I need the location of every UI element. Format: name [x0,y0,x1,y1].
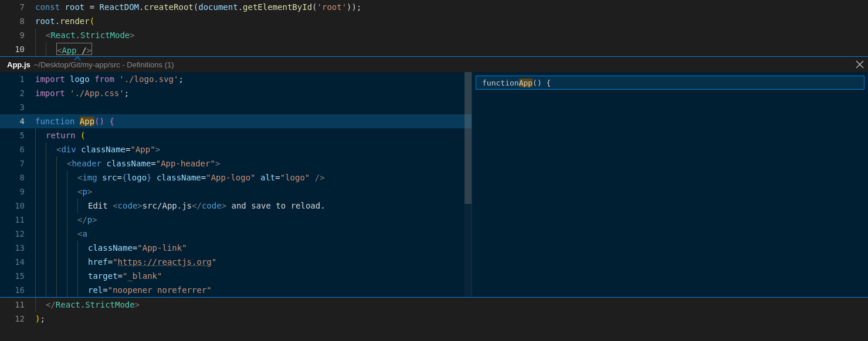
code-line[interactable]: 14href="https://reactjs.org" [0,255,472,269]
code-line[interactable]: 9<p> [0,185,472,199]
code-content[interactable]: <header className="App-header"> [35,156,472,170]
line-number: 8 [0,14,35,28]
line-number: 15 [0,269,35,283]
close-icon[interactable] [852,57,868,72]
line-number: 11 [0,298,35,312]
code-line[interactable]: 6<div className="App"> [0,142,472,156]
code-content[interactable]: className="App-link" [35,241,472,255]
editor-bottom[interactable]: 11</React.StrictMode>12); [0,298,868,326]
line-number: 12 [0,227,35,241]
code-line[interactable]: 12<a [0,227,472,241]
code-line[interactable]: 9<React.StrictMode> [0,28,868,42]
line-number: 7 [0,156,35,170]
peek-file-name: App.js [7,60,30,69]
line-number: 3 [0,100,35,114]
code-line[interactable]: 11</p> [0,213,472,227]
code-content[interactable]: root.render( [35,14,868,28]
code-content[interactable]: <img src={logo} className="App-logo" alt… [35,170,472,185]
peek-file-path: ~/Desktop/Git/my-app/src - Definitions (… [34,60,174,69]
line-number: 13 [0,241,35,255]
line-number: 10 [0,42,35,56]
code-line[interactable]: 5return ( [0,128,472,142]
code-content[interactable]: ); [35,312,868,326]
code-line[interactable]: 8<img src={logo} className="App-logo" al… [0,170,472,185]
line-number: 2 [0,86,35,100]
editor-top[interactable]: 7const root = ReactDOM.createRoot(docume… [0,0,868,56]
line-number: 4 [0,114,35,128]
cursor-selection: <App /> [56,43,92,55]
code-content[interactable]: Edit <code>src/App.js</code> and save to… [35,199,472,213]
code-content[interactable]: </React.StrictMode> [35,298,868,312]
code-line[interactable]: 4function App() { [0,114,472,128]
code-line[interactable]: 1import logo from './logo.svg'; [0,72,472,86]
peek-panel: App.js ~/Desktop/Git/my-app/src - Defini… [0,56,868,298]
code-line[interactable]: 15target="_blank" [0,269,472,283]
code-content[interactable] [35,100,472,114]
line-number: 5 [0,128,35,142]
line-number: 7 [0,0,35,14]
peek-reference-list: function App() { [472,72,868,297]
code-line[interactable]: 12); [0,312,868,326]
line-number: 8 [0,170,35,185]
peek-body: 1import logo from './logo.svg';2import '… [0,72,868,297]
code-content[interactable]: target="_blank" [35,269,472,283]
code-content[interactable]: <a [35,227,472,241]
editor-root: 7const root = ReactDOM.createRoot(docume… [0,0,868,341]
code-content[interactable]: <p> [35,185,472,199]
line-number: 10 [0,199,35,213]
line-number: 6 [0,142,35,156]
code-line[interactable]: 7<header className="App-header"> [0,156,472,170]
peek-code[interactable]: 1import logo from './logo.svg';2import '… [0,72,472,297]
code-line[interactable]: 11</React.StrictMode> [0,298,868,312]
code-content[interactable]: <React.StrictMode> [35,28,868,42]
code-line[interactable]: 2import './App.css'; [0,86,472,100]
code-line[interactable]: 7const root = ReactDOM.createRoot(docume… [0,0,868,14]
code-line[interactable]: 10Edit <code>src/App.js</code> and save … [0,199,472,213]
code-content[interactable]: href="https://reactjs.org" [35,255,472,269]
line-number: 9 [0,185,35,199]
code-content[interactable]: function App() { [35,114,472,128]
line-number: 12 [0,312,35,326]
code-content[interactable]: import logo from './logo.svg'; [35,72,472,86]
code-line[interactable]: 16rel="noopener noreferrer" [0,283,472,297]
code-content[interactable]: </p> [35,213,472,227]
code-line[interactable]: 8root.render( [0,14,868,28]
code-content[interactable]: import './App.css'; [35,86,472,100]
line-number: 16 [0,283,35,297]
peek-scrollbar[interactable] [464,72,472,297]
code-content[interactable]: <App /> [35,42,868,56]
peek-reference-item[interactable]: function App() { [476,76,864,90]
code-line[interactable]: 10<App /> [0,42,868,56]
code-content[interactable]: <div className="App"> [35,142,472,156]
code-content[interactable]: rel="noopener noreferrer" [35,283,472,297]
line-number: 9 [0,28,35,42]
code-line[interactable]: 3 [0,100,472,114]
code-content[interactable]: const root = ReactDOM.createRoot(documen… [35,0,868,14]
peek-scrollbar-thumb[interactable] [464,72,472,204]
code-content[interactable]: return ( [35,128,472,142]
peek-header: App.js ~/Desktop/Git/my-app/src - Defini… [0,57,868,72]
line-number: 11 [0,213,35,227]
line-number: 1 [0,72,35,86]
line-number: 14 [0,255,35,269]
code-line[interactable]: 13className="App-link" [0,241,472,255]
